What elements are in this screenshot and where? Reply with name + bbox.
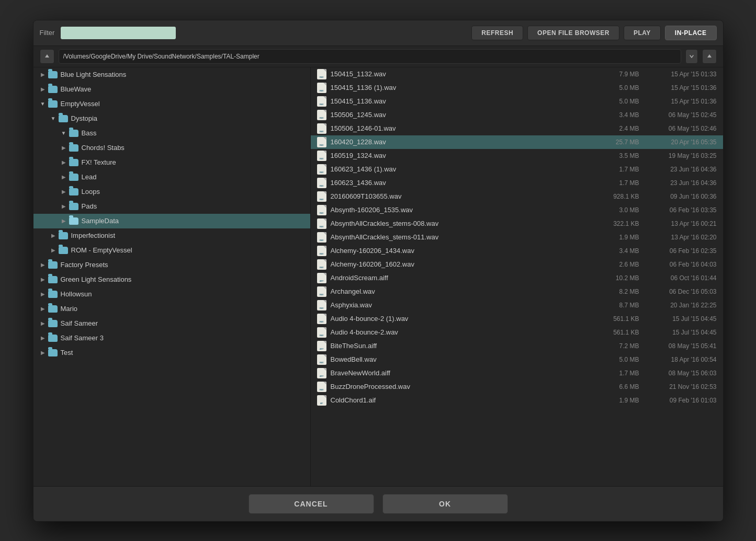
file-item-1[interactable]: 150415_1136 (1).wav5.0 MB15 Apr '15 01:3… [311,81,723,95]
tree-item-saif-sameer[interactable]: ▶Saif Sameer [33,316,310,331]
tree-item-bass[interactable]: ▼Bass [33,126,310,141]
tree-label-bluewave: BlueWave [61,85,92,93]
file-name-5: 160420_1228.wav [331,138,593,146]
folder-icon-hollowsun [48,291,58,298]
tree-label-fx-texture: FX! Texture [82,158,116,166]
tree-item-sampledata[interactable]: ▶SampleData [33,214,310,228]
file-item-2[interactable]: 150415_1136.wav5.0 MB15 Apr '15 01:36 [311,95,723,108]
file-name-3: 150506_1245.wav [331,111,593,119]
tree-item-test[interactable]: ▶Test [33,346,310,360]
file-item-0[interactable]: 150415_1132.wav7.9 MB15 Apr '15 01:33 [311,67,723,81]
file-item-20[interactable]: BiteTheSun.aiff7.2 MB08 May '15 05:41 [311,339,723,353]
file-size-0: 7.9 MB [597,71,639,78]
tree-item-green-light[interactable]: ▶Green Light Sensations [33,272,310,287]
tree-arrow-bluewave: ▶ [38,84,48,95]
tree-item-fx-texture[interactable]: ▶FX! Texture [33,155,310,170]
file-icon-19 [317,327,326,338]
tree-item-rom-emptyvessel[interactable]: ▶ROM - EmptyVessel [33,243,310,258]
file-icon-11 [317,218,326,229]
file-date-14: 06 Feb '16 04:03 [644,261,717,268]
refresh-button[interactable]: REFRESH [471,26,523,40]
folder-icon-pads [69,203,78,210]
tree-item-bluewave[interactable]: ▶BlueWave [33,82,310,97]
path-dropdown-button[interactable] [685,49,698,64]
file-item-22[interactable]: BraveNewWorld.aiff1.7 MB08 May '15 06:03 [311,366,723,380]
folder-icon-mario [48,305,58,313]
open-file-browser-button[interactable]: OPEN FILE BROWSER [527,26,619,40]
file-icon-21 [317,354,326,365]
tree-label-bass: Bass [82,129,97,137]
file-size-21: 5.0 MB [597,356,639,363]
path-up-button-2[interactable] [702,49,717,64]
file-icon-10 [317,205,326,215]
tree-item-emptyvessel[interactable]: ▼EmptyVessel [33,97,310,111]
file-size-1: 5.0 MB [597,84,639,91]
file-item-17[interactable]: Asphyxia.wav8.7 MB20 Jan '16 22:25 [311,298,723,312]
file-date-3: 06 May '15 02:45 [644,111,717,119]
tree-item-dystopia[interactable]: ▼Dystopia [33,111,310,126]
file-item-6[interactable]: 160519_1324.wav3.5 MB19 May '16 03:25 [311,149,723,163]
tree-item-pads[interactable]: ▶Pads [33,199,310,214]
filter-input[interactable] [61,27,176,39]
file-item-19[interactable]: Audio 4-bounce-2.wav561.1 KB15 Jul '15 0… [311,326,723,339]
tree-label-loops: Loops [82,188,100,195]
file-name-0: 150415_1132.wav [331,70,593,78]
tree-arrow-chords-stabs: ▶ [59,143,69,153]
tree-label-emptyvessel: EmptyVessel [61,100,100,108]
tree-item-imperfectionist[interactable]: ▶Imperfectionist [33,228,310,243]
file-item-18[interactable]: Audio 4-bounce-2 (1).wav561.1 KB15 Jul '… [311,312,723,326]
file-item-9[interactable]: 20160609T103655.wav928.1 KB09 Jun '16 00… [311,190,723,203]
folder-icon-emptyvessel [48,100,58,108]
path-up-button[interactable] [40,49,54,64]
ok-button[interactable]: OK [382,494,508,514]
tree-arrow-mario: ▶ [38,304,48,314]
play-button[interactable]: PLAY [624,26,661,40]
file-item-24[interactable]: ColdChord1.aif1.9 MB09 Feb '16 01:03 [311,394,723,407]
tree-item-blue-light[interactable]: ▶Blue Light Sensations [33,67,310,82]
file-item-3[interactable]: 150506_1245.wav3.4 MB06 May '15 02:45 [311,108,723,122]
file-item-11[interactable]: AbsynthAllCrackles_stems-008.wav322.1 KB… [311,217,723,231]
file-size-6: 3.5 MB [597,152,639,159]
file-item-13[interactable]: Alchemy-160206_1434.wav3.4 MB06 Feb '16 … [311,244,723,258]
file-item-7[interactable]: 160623_1436 (1).wav1.7 MB23 Jun '16 04:3… [311,163,723,176]
file-date-5: 20 Apr '16 05:35 [644,139,717,146]
folder-icon-test [48,349,58,356]
tree-label-rom-emptyvessel: ROM - EmptyVessel [71,246,132,254]
file-item-5[interactable]: 160420_1228.wav25.7 MB20 Apr '16 05:35 [311,135,723,149]
file-item-4[interactable]: 150506_1246-01.wav2.4 MB06 May '15 02:46 [311,122,723,135]
file-item-8[interactable]: 160623_1436.wav1.7 MB23 Jun '16 04:36 [311,176,723,190]
tree-item-saif-sameer-3[interactable]: ▶Saif Sameer 3 [33,331,310,346]
file-name-24: ColdChord1.aif [331,396,593,404]
file-item-21[interactable]: BowedBell.wav5.0 MB18 Apr '16 00:54 [311,353,723,366]
file-item-16[interactable]: Archangel.wav8.2 MB06 Dec '16 05:03 [311,285,723,298]
tree-item-chords-stabs[interactable]: ▶Chords! Stabs [33,141,310,155]
file-size-23: 6.6 MB [597,383,639,390]
file-icon-17 [317,300,326,310]
file-date-6: 19 May '16 03:25 [644,152,717,159]
file-name-20: BiteTheSun.aiff [331,342,593,350]
folder-icon-lead [69,174,78,181]
file-item-10[interactable]: Absynth-160206_1535.wav3.0 MB06 Feb '16 … [311,203,723,217]
tree-label-blue-light: Blue Light Sensations [61,71,127,78]
file-item-23[interactable]: BuzzDroneProcessed.wav6.6 MB21 Nov '16 0… [311,380,723,394]
path-input[interactable] [59,49,681,64]
file-size-2: 5.0 MB [597,98,639,105]
file-size-17: 8.7 MB [597,302,639,309]
in-place-button[interactable]: IN-PLACE [665,26,717,40]
file-date-2: 15 Apr '15 01:36 [644,98,717,105]
file-item-14[interactable]: Alchemy-160206_1602.wav2.6 MB06 Feb '16 … [311,258,723,271]
file-size-13: 3.4 MB [597,247,639,255]
folder-icon-bluewave [48,86,58,93]
tree-item-hollowsun[interactable]: ▶Hollowsun [33,287,310,302]
file-item-12[interactable]: AbsynthAllCrackles_stems-011.wav1.9 MB13… [311,231,723,244]
cancel-button[interactable]: CANCEL [249,494,374,514]
tree-item-lead[interactable]: ▶Lead [33,170,310,185]
tree-label-test: Test [61,349,73,356]
tree-item-mario[interactable]: ▶Mario [33,302,310,316]
tree-arrow-factory-presets: ▶ [38,260,48,270]
file-item-15[interactable]: AndroidScream.aiff10.2 MB06 Oct '16 01:4… [311,271,723,285]
file-size-4: 2.4 MB [597,125,639,132]
file-size-3: 3.4 MB [597,111,639,119]
tree-item-factory-presets[interactable]: ▶Factory Presets [33,258,310,272]
tree-item-loops[interactable]: ▶Loops [33,185,310,199]
